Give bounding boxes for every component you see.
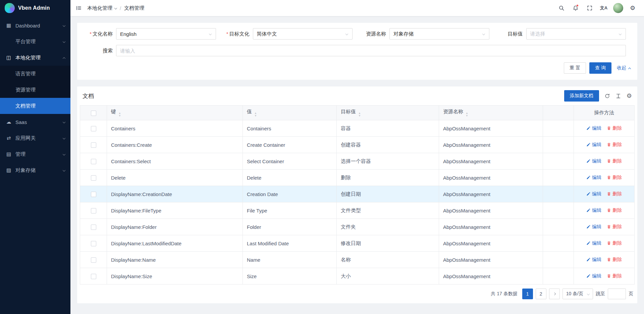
breadcrumb-parent[interactable]: 本地化管理 <box>87 5 117 11</box>
delete-link[interactable]: 删除 <box>607 207 622 213</box>
cell-empty <box>543 137 574 153</box>
delete-link[interactable]: 删除 <box>607 273 622 279</box>
column-settings-icon[interactable]: ⚙ <box>627 93 632 99</box>
resource-name-select[interactable]: 对象存储 <box>389 28 489 40</box>
chevron-down-icon <box>209 33 211 35</box>
table-row: DisplayName:SizeSize大小AbpOssManagement编辑… <box>80 268 635 285</box>
delete-icon <box>607 274 611 278</box>
jump-page-input[interactable] <box>608 289 626 299</box>
fullscreen-icon[interactable] <box>584 2 596 14</box>
delete-link[interactable]: 删除 <box>607 125 622 131</box>
column-header: 操作方法 <box>574 106 635 120</box>
edit-link[interactable]: 编辑 <box>586 224 601 230</box>
column-header[interactable]: 值▲▼ <box>243 106 337 120</box>
page-button-2[interactable]: 2 <box>536 289 546 299</box>
reset-button[interactable]: 重 置 <box>564 62 586 74</box>
column-header[interactable]: 键▲▼ <box>107 106 243 120</box>
sidebar-item-dashboard[interactable]: ▦Dashboard <box>0 17 70 34</box>
chevron-down-icon <box>63 137 65 139</box>
column-header[interactable]: 目标值▲▼ <box>337 106 439 120</box>
sidebar-item-label: Saas <box>15 119 63 125</box>
delete-link[interactable]: 删除 <box>607 158 622 164</box>
select-all-checkbox[interactable] <box>91 111 96 116</box>
edit-link[interactable]: 编辑 <box>586 257 601 263</box>
topbar: 本地化管理 / 文档管理 文A ⚙ <box>70 0 644 16</box>
cell-value: Creation Date <box>243 186 337 202</box>
notification-bell-icon[interactable] <box>570 2 582 14</box>
table-row: DeleteDelete删除AbpOssManagement编辑删除 <box>80 170 635 186</box>
row-height-icon[interactable] <box>615 93 621 99</box>
select-all-header-cell <box>80 106 107 120</box>
page-button-1[interactable]: 1 <box>522 289 533 299</box>
culture-name-select[interactable]: English <box>116 28 216 40</box>
delete-link[interactable]: 删除 <box>607 175 622 181</box>
edit-link[interactable]: 编辑 <box>586 273 601 279</box>
next-page-button[interactable] <box>549 289 560 299</box>
edit-icon <box>586 142 591 147</box>
delete-link[interactable]: 删除 <box>607 240 622 246</box>
add-document-button[interactable]: 添加新文档 <box>564 90 599 102</box>
table-body: ContainersContainers容器AbpOssManagement编辑… <box>80 120 635 285</box>
query-button[interactable]: 查 询 <box>589 62 611 74</box>
page-size-select[interactable]: 10 条/页 <box>562 289 593 299</box>
search-input[interactable] <box>116 45 626 56</box>
edit-link[interactable]: 编辑 <box>586 125 601 131</box>
chevron-down-icon <box>587 293 590 295</box>
breadcrumb-parent-label: 本地化管理 <box>87 5 112 11</box>
delete-link[interactable]: 删除 <box>607 257 622 263</box>
row-checkbox[interactable] <box>91 241 96 246</box>
edit-link[interactable]: 编辑 <box>586 158 601 164</box>
chevron-down-icon <box>63 24 65 27</box>
edit-link[interactable]: 编辑 <box>586 207 601 213</box>
row-checkbox[interactable] <box>91 257 96 263</box>
sidebar-item-object-storage[interactable]: ▨对象存储 <box>0 162 70 178</box>
row-checkbox[interactable] <box>91 175 96 181</box>
edit-icon <box>586 192 591 196</box>
sidebar-item-platform-management[interactable]: 平台管理 <box>0 34 70 50</box>
sidebar: Vben Admin ▦Dashboard平台管理◫本地化管理语言管理资源管理文… <box>0 0 70 314</box>
row-checkbox[interactable] <box>91 126 96 131</box>
saas-icon: ☁ <box>5 119 12 125</box>
redo-icon[interactable] <box>604 93 610 99</box>
cell-key: DisplayName:FileType <box>107 202 243 219</box>
row-checkbox[interactable] <box>91 274 96 279</box>
breadcrumb: 本地化管理 / 文档管理 <box>87 5 144 11</box>
cell-resource-name: AbpOssManagement <box>439 202 543 219</box>
row-checkbox[interactable] <box>91 208 96 213</box>
delete-link[interactable]: 删除 <box>607 191 622 197</box>
target-culture-select[interactable]: 简体中文 <box>253 28 353 40</box>
delete-icon <box>607 208 611 212</box>
delete-link[interactable]: 删除 <box>607 224 622 230</box>
row-checkbox-cell <box>80 153 107 170</box>
sidebar-item-label: 本地化管理 <box>15 55 63 61</box>
edit-link[interactable]: 编辑 <box>586 191 601 197</box>
edit-link[interactable]: 编辑 <box>586 142 601 148</box>
delete-link[interactable]: 删除 <box>607 142 622 148</box>
avatar[interactable] <box>613 3 623 13</box>
settings-gear-icon[interactable]: ⚙ <box>627 2 639 14</box>
row-checkbox[interactable] <box>91 159 96 164</box>
row-checkbox[interactable] <box>91 225 96 230</box>
sidebar-item-localization-management[interactable]: ◫本地化管理 <box>0 50 70 66</box>
collapse-filter-link[interactable]: 收起 <box>617 65 631 71</box>
sidebar-subitem-language-management[interactable]: 语言管理 <box>0 66 70 82</box>
sidebar-item-saas[interactable]: ☁Saas <box>0 114 70 130</box>
target-value-select[interactable]: 请选择 <box>526 28 626 40</box>
column-header[interactable]: 资源名称▲▼ <box>439 106 543 120</box>
sidebar-fold-icon[interactable] <box>76 5 82 11</box>
sidebar-item-label: 平台管理 <box>15 39 63 45</box>
notification-badge <box>576 4 579 7</box>
row-checkbox[interactable] <box>91 192 96 197</box>
sidebar-subitem-resource-management[interactable]: 资源管理 <box>0 82 70 98</box>
search-icon[interactable] <box>555 2 568 14</box>
sort-icon: ▲▼ <box>466 112 468 117</box>
cell-target-value: 创建容器 <box>337 137 439 153</box>
logo[interactable]: Vben Admin <box>0 0 70 16</box>
sidebar-item-management[interactable]: ▤管理 <box>0 146 70 162</box>
edit-link[interactable]: 编辑 <box>586 240 601 246</box>
sidebar-item-app-gateway[interactable]: ⇄应用网关 <box>0 130 70 146</box>
translate-icon[interactable]: 文A <box>598 2 610 14</box>
edit-link[interactable]: 编辑 <box>586 175 601 181</box>
sidebar-subitem-document-management[interactable]: 文档管理 <box>0 98 70 114</box>
row-checkbox[interactable] <box>91 142 96 148</box>
